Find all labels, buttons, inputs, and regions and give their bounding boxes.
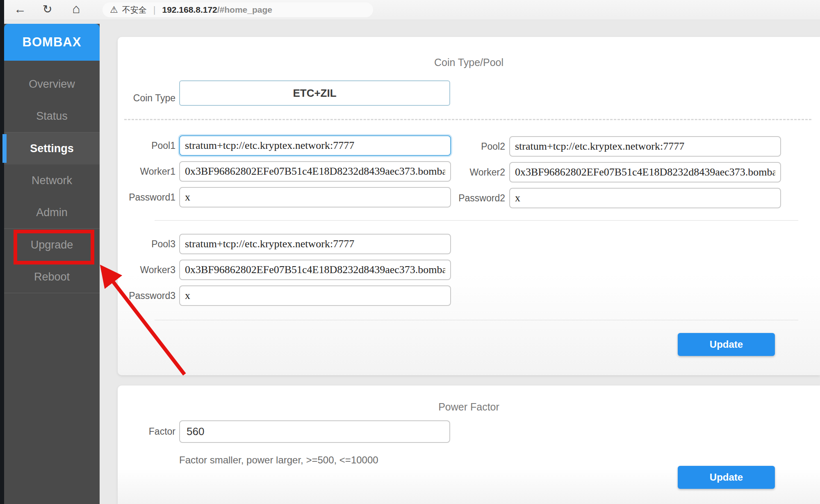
password1-label: Password1	[118, 187, 175, 208]
sidebar-item-status[interactable]: Status	[4, 100, 100, 132]
brand-logo[interactable]: BOMBAX	[4, 24, 100, 61]
dashed-divider	[124, 119, 811, 120]
factor-note: Factor smaller, power larger, >=500, <=1…	[179, 454, 378, 466]
pool3-label: Pool3	[118, 234, 175, 254]
worker1-label: Worker1	[118, 161, 175, 182]
sidebar-item-overview[interactable]: Overview	[4, 68, 100, 100]
worker1-input[interactable]	[179, 161, 451, 182]
upgrade-highlight-box	[14, 230, 94, 265]
section-divider	[155, 320, 798, 320]
sidebar-item-network[interactable]: Network	[4, 164, 100, 196]
password2-label: Password2	[454, 188, 505, 208]
refresh-icon[interactable]: ↻	[43, 2, 52, 17]
password1-input[interactable]	[179, 187, 451, 208]
sidebar-item-settings[interactable]: Settings	[4, 132, 100, 164]
url-path: /#home_page	[217, 5, 272, 15]
factor-input[interactable]	[179, 420, 450, 443]
password3-label: Password3	[118, 285, 175, 306]
screen: ← ↻ ⌂ ⚠ 不安全 | 192.168.8.172/#home_page B…	[0, 0, 820, 504]
active-item-accent-bar	[2, 134, 7, 163]
pool1-input[interactable]	[179, 135, 451, 156]
power-factor-panel: Power Factor Factor Factor smaller, powe…	[118, 385, 820, 504]
pool-update-button[interactable]: Update	[678, 333, 775, 356]
address-separator: |	[153, 5, 156, 15]
home-icon[interactable]: ⌂	[72, 1, 80, 16]
section-divider	[155, 220, 798, 221]
password3-input[interactable]	[179, 285, 451, 306]
pool3-input[interactable]	[179, 234, 451, 254]
coin-type-select[interactable]	[179, 80, 450, 106]
factor-label: Factor	[118, 420, 175, 443]
back-icon[interactable]: ←	[14, 2, 26, 16]
coin-pool-panel-title: Coin Type/Pool	[118, 57, 820, 68]
address-bar[interactable]: ⚠ 不安全 | 192.168.8.172/#home_page	[102, 2, 373, 17]
url-host: 192.168.8.172	[162, 5, 217, 15]
coin-type-label: Coin Type	[118, 85, 175, 111]
left-edge-strip	[0, 0, 4, 504]
pool2-input[interactable]	[509, 136, 781, 157]
power-factor-panel-title: Power Factor	[118, 401, 820, 413]
sidebar-item-admin[interactable]: Admin	[4, 196, 100, 228]
browser-toolbar: ← ↻ ⌂ ⚠ 不安全 | 192.168.8.172/#home_page	[0, 0, 820, 20]
pool2-label: Pool2	[454, 136, 505, 157]
power-update-button[interactable]: Update	[678, 466, 775, 489]
worker3-input[interactable]	[179, 260, 451, 280]
worker2-input[interactable]	[509, 162, 781, 182]
sidebar-item-label: Settings	[30, 142, 74, 155]
worker2-label: Worker2	[454, 162, 505, 182]
pool1-label: Pool1	[118, 135, 175, 156]
sidebar-item-reboot[interactable]: Reboot	[4, 261, 100, 293]
not-secure-warning-icon: ⚠	[110, 5, 118, 15]
not-secure-label: 不安全	[122, 5, 147, 16]
worker3-label: Worker3	[118, 260, 175, 280]
coin-pool-panel: Coin Type/Pool Coin Type Pool1 Pool2 Wor…	[118, 37, 820, 375]
password2-input[interactable]	[509, 188, 781, 208]
